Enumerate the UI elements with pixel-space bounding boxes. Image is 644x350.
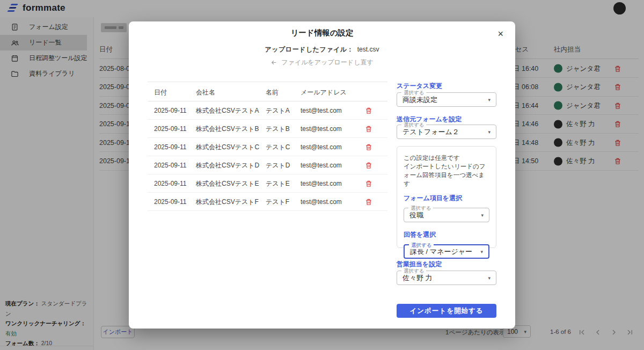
csv-table-header: 日付 会社名 名前 メールアドレス: [148, 82, 387, 101]
select-floating-label: 選択する: [408, 205, 433, 212]
import-settings-panel: ステータス変更 選択する 商談未設定 ▾ 送信元フォームを設定 選択する テスト…: [397, 82, 496, 339]
status-select[interactable]: 選択する 商談未設定 ▾: [397, 92, 496, 107]
chevron-down-icon: ▾: [488, 275, 491, 281]
delete-csv-row-button[interactable]: [365, 124, 375, 134]
chevron-down-icon: ▾: [480, 249, 483, 254]
answer-select[interactable]: 選択する 課長 / マネージャー ▾: [404, 244, 489, 259]
csv-email: test@test.com: [301, 162, 342, 169]
delete-csv-row-button[interactable]: [365, 142, 375, 152]
csv-company: 株式会社CSVテストB: [196, 124, 259, 133]
csv-email: test@test.com: [301, 125, 342, 133]
csv-row: 2025-09-11 株式会社CSVテストB テストB test@test.co…: [148, 120, 387, 138]
csv-row: 2025-09-11 株式会社CSVテストA テストA test@test.co…: [148, 101, 387, 120]
trash-icon: [365, 198, 372, 206]
delete-csv-row-button[interactable]: [365, 179, 375, 188]
csv-preview-table: 日付 会社名 名前 メールアドレス 2025-09-11 株式会社CSVテストA…: [148, 82, 387, 211]
start-import-button[interactable]: インポートを開始する: [397, 304, 496, 318]
column-header-email: メールアドレス: [301, 88, 347, 97]
trash-icon: [365, 125, 372, 133]
csv-name: テストE: [266, 179, 290, 188]
csv-company: 株式会社CSVテストE: [196, 179, 259, 188]
trash-icon: [365, 143, 372, 151]
trash-icon: [365, 162, 372, 169]
select-floating-label: 選択する: [401, 268, 426, 275]
select-floating-label: 選択する: [401, 122, 426, 129]
csv-date: 2025-09-11: [154, 180, 187, 187]
delete-csv-row-button[interactable]: [365, 197, 375, 207]
csv-name: テストD: [266, 161, 290, 170]
uploaded-file-label: アップロードしたファイル：: [265, 46, 354, 53]
arrow-left-icon: [270, 59, 277, 66]
csv-email: test@test.com: [301, 198, 342, 206]
select-floating-label: 選択する: [401, 90, 426, 97]
column-header-name: 名前: [266, 88, 279, 97]
delete-csv-row-button[interactable]: [365, 106, 375, 115]
csv-email: test@test.com: [301, 143, 342, 151]
lead-settings-modal: × リード情報の設定 アップロードしたファイル： test.csv ファイルをア…: [129, 21, 515, 329]
form-item-select[interactable]: 選択する 役職 ▾: [404, 208, 489, 222]
form-item-label: フォーム項目を選択: [404, 194, 489, 203]
trash-icon: [365, 107, 372, 114]
reupload-file-link[interactable]: ファイルをアップロードし直す: [129, 58, 515, 67]
csv-date: 2025-09-11: [154, 162, 187, 169]
chevron-down-icon: ▾: [488, 129, 491, 135]
sales-rep-select[interactable]: 選択する 佐々野 力 ▾: [397, 271, 496, 285]
csv-row: 2025-09-11 株式会社CSVテストD テストD test@test.co…: [148, 156, 387, 174]
answer-label: 回答を選択: [404, 230, 489, 239]
trash-icon: [365, 180, 372, 187]
modal-title: リード情報の設定: [129, 28, 515, 38]
chevron-down-icon: ▾: [488, 97, 491, 103]
optional-settings-box: この設定は任意です インポートしたいリードのフォーム回答項目を一つ選べます フォ…: [397, 146, 496, 248]
csv-date: 2025-09-11: [154, 107, 187, 114]
csv-company: 株式会社CSVテストD: [196, 161, 259, 170]
csv-date: 2025-09-11: [154, 143, 187, 151]
csv-company: 株式会社CSVテストF: [196, 197, 259, 206]
csv-row: 2025-09-11 株式会社CSVテストF テストF test@test.co…: [148, 193, 387, 211]
csv-email: test@test.com: [301, 107, 342, 114]
csv-company: 株式会社CSVテストA: [196, 106, 259, 115]
column-header-company: 会社名: [196, 88, 215, 97]
optional-note: この設定は任意です: [404, 154, 489, 162]
csv-name: テストC: [266, 142, 290, 151]
csv-name: テストB: [266, 124, 290, 133]
delete-csv-row-button[interactable]: [365, 161, 375, 170]
csv-row: 2025-09-11 株式会社CSVテストE テストE test@test.co…: [148, 174, 387, 193]
csv-name: テストF: [266, 197, 289, 206]
csv-company: 株式会社CSVテストC: [196, 142, 259, 151]
uploaded-file-line: アップロードしたファイル： test.csv: [129, 45, 515, 54]
source-form-select[interactable]: 選択する テストフォーム２ ▾: [397, 125, 496, 139]
optional-note: インポートしたいリードのフォーム回答項目を一つ選べます: [404, 162, 489, 188]
csv-row: 2025-09-11 株式会社CSVテストC テストC test@test.co…: [148, 138, 387, 156]
csv-date: 2025-09-11: [154, 125, 187, 133]
csv-name: テストA: [266, 106, 290, 115]
column-header-date: 日付: [154, 88, 167, 97]
select-floating-label: 選択する: [409, 242, 434, 249]
csv-email: test@test.com: [301, 180, 342, 187]
uploaded-file-name: test.csv: [357, 46, 379, 53]
csv-date: 2025-09-11: [154, 198, 187, 206]
chevron-down-icon: ▾: [481, 213, 484, 218]
